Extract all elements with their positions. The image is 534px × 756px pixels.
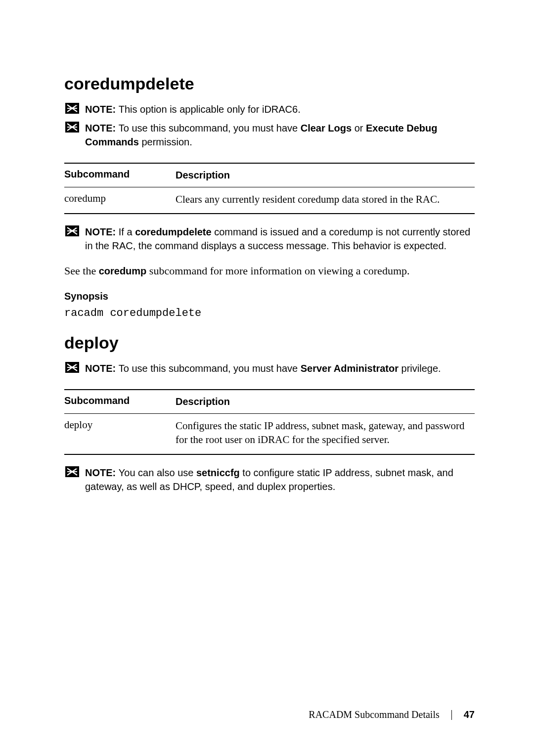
col-header-description: Description xyxy=(176,395,475,408)
note-bold: Server Administrator xyxy=(301,363,399,374)
table-header: Subcommand Description xyxy=(64,163,475,187)
table-header: Subcommand Description xyxy=(64,389,475,414)
note-text: NOTE: To use this subcommand, you must h… xyxy=(85,121,475,149)
table-row: deploy Configures the static IP address,… xyxy=(64,414,475,455)
note-bold: Clear Logs xyxy=(301,123,352,133)
note-text: NOTE: If a coredumpdelete command is iss… xyxy=(85,225,475,253)
note-row: NOTE: To use this subcommand, you must h… xyxy=(64,121,475,149)
col-header-description: Description xyxy=(176,169,475,182)
synopsis-heading: Synopsis xyxy=(64,291,475,302)
table-row: coredump Clears any currently resident c… xyxy=(64,187,475,214)
note-bold: coredumpdelete xyxy=(135,226,211,237)
note-label: NOTE: xyxy=(85,226,119,237)
note-icon xyxy=(65,225,79,236)
subcommand-table: Subcommand Description deploy Configures… xyxy=(64,389,475,455)
note-text: NOTE: This option is applicable only for… xyxy=(85,102,301,116)
note-icon xyxy=(65,362,79,373)
heading-coredumpdelete: coredumpdelete xyxy=(64,74,475,93)
note-body: This option is applicable only for iDRAC… xyxy=(119,104,301,115)
note-seg: To use this subcommand, you must have xyxy=(119,123,301,133)
note-text: NOTE: To use this subcommand, you must h… xyxy=(85,361,441,375)
note-bold: setniccfg xyxy=(196,467,240,478)
body-seg: See the xyxy=(64,265,99,277)
note-row: NOTE: You can also use setniccfg to conf… xyxy=(64,466,475,493)
col-header-subcommand: Subcommand xyxy=(64,169,176,182)
footer-page-number: 47 xyxy=(464,709,475,720)
cell-subcommand: coredump xyxy=(64,192,176,205)
note-label: NOTE: xyxy=(85,467,119,478)
note-icon xyxy=(65,122,79,133)
col-header-subcommand: Subcommand xyxy=(64,395,176,408)
note-seg: You can also use xyxy=(119,467,196,478)
note-row: NOTE: This option is applicable only for… xyxy=(64,102,475,116)
note-seg: permission. xyxy=(139,136,192,147)
cell-subcommand: deploy xyxy=(64,419,176,431)
note-seg: privilege. xyxy=(399,363,441,374)
note-row: NOTE: If a coredumpdelete command is iss… xyxy=(64,225,475,253)
note-icon xyxy=(65,466,79,477)
cell-description: Clears any currently resident coredump d… xyxy=(176,192,475,206)
heading-deploy: deploy xyxy=(64,333,475,353)
note-label: NOTE: xyxy=(85,363,119,374)
page-footer: RACADM Subcommand Details 47 xyxy=(309,709,475,720)
note-seg: or xyxy=(352,123,366,133)
cell-description: Configures the static IP address, subnet… xyxy=(176,419,475,447)
subcommand-table: Subcommand Description coredump Clears a… xyxy=(64,163,475,214)
synopsis-code: racadm coredumpdelete xyxy=(64,307,475,319)
body-paragraph: See the coredump subcommand for more inf… xyxy=(64,264,475,279)
note-row: NOTE: To use this subcommand, you must h… xyxy=(64,361,475,375)
note-seg: If a xyxy=(119,226,135,237)
note-seg: To use this subcommand, you must have xyxy=(119,363,301,374)
note-label: NOTE: xyxy=(85,104,119,115)
footer-divider xyxy=(451,710,452,720)
note-text: NOTE: You can also use setniccfg to conf… xyxy=(85,466,475,493)
body-bold: coredump xyxy=(99,266,147,276)
footer-title: RACADM Subcommand Details xyxy=(309,709,439,720)
note-label: NOTE: xyxy=(85,123,119,133)
body-seg: subcommand for more information on viewi… xyxy=(146,265,409,277)
note-icon xyxy=(65,103,79,114)
